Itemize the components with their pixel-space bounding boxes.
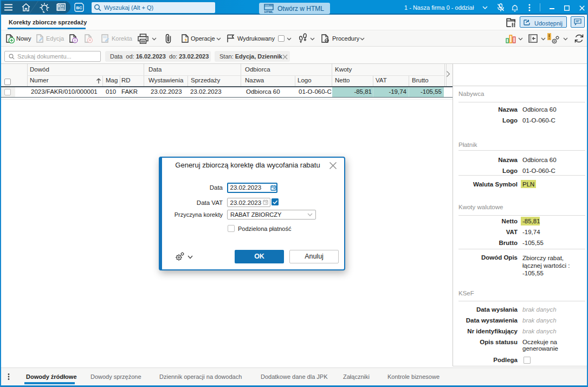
svg-text:BC: BC <box>76 5 82 10</box>
svg-text:HTML: HTML <box>264 10 274 13</box>
